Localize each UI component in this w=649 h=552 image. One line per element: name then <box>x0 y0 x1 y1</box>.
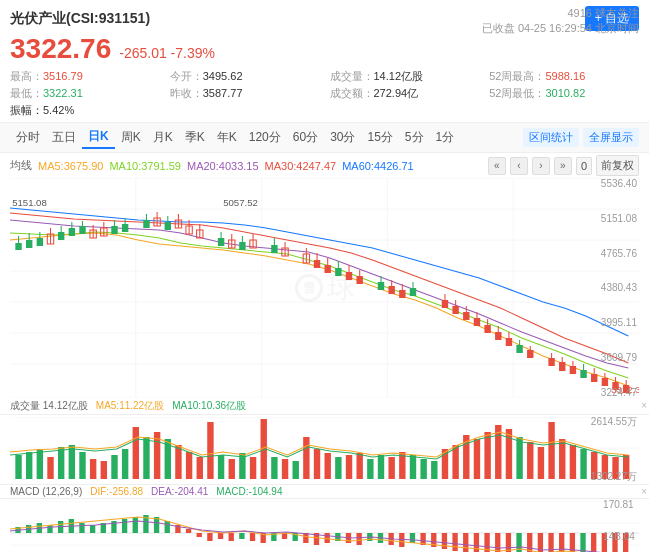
tab-zhouk[interactable]: 周K <box>115 127 147 148</box>
chart-tabs: 分时 五日 日K 周K 月K 季K 年K 120分 60分 30分 15分 5分… <box>0 123 649 153</box>
market-time: 已收盘 04-25 16:29:54 北京时间 <box>482 21 639 36</box>
fullscreen-button[interactable]: 全屏显示 <box>583 128 639 147</box>
svg-rect-199 <box>207 533 212 541</box>
svg-rect-147 <box>325 453 331 479</box>
dea-label: DEA:-204.41 <box>151 486 208 497</box>
tab-jik[interactable]: 季K <box>179 127 211 148</box>
svg-rect-107 <box>602 378 608 386</box>
svg-rect-157 <box>431 461 437 479</box>
svg-rect-172 <box>591 452 597 479</box>
tab-120min[interactable]: 120分 <box>243 127 287 148</box>
svg-rect-63 <box>325 265 331 273</box>
svg-rect-192 <box>133 517 138 533</box>
svg-rect-33 <box>122 224 128 232</box>
svg-rect-148 <box>335 457 341 479</box>
volume-bars-svg <box>10 417 639 479</box>
tab-15min[interactable]: 15分 <box>361 127 398 148</box>
svg-rect-197 <box>186 529 191 533</box>
tab-30min[interactable]: 30分 <box>324 127 361 148</box>
macd-value-label: MACD:-104.94 <box>216 486 282 497</box>
svg-rect-145 <box>303 437 309 479</box>
svg-rect-152 <box>378 455 384 479</box>
svg-rect-39 <box>165 222 171 230</box>
svg-rect-134 <box>186 452 192 479</box>
svg-rect-137 <box>218 455 224 479</box>
stock-title: 光伏产业(CSI:931151) <box>10 10 150 28</box>
svg-rect-166 <box>527 442 533 479</box>
svg-rect-124 <box>79 452 85 479</box>
svg-rect-17 <box>37 238 43 246</box>
range-stats-button[interactable]: 区间统计 <box>523 128 579 147</box>
nav-last-button[interactable]: » <box>554 157 572 175</box>
svg-rect-95 <box>527 350 533 358</box>
svg-rect-184 <box>47 525 52 533</box>
svg-text:3322.31: 3322.31 <box>611 385 639 395</box>
svg-rect-149 <box>346 455 352 479</box>
nav-next-button[interactable]: › <box>532 157 550 175</box>
amplitude-row: 振幅：5.42% <box>10 103 639 118</box>
volume-close-button[interactable]: × <box>641 400 647 411</box>
svg-text:5057.52: 5057.52 <box>223 198 258 208</box>
macd-section: MACD (12,26,9) DIF:-256.88 DEA:-204.41 M… <box>0 484 649 552</box>
tab-1min[interactable]: 1分 <box>430 127 461 148</box>
tab-60min[interactable]: 60分 <box>287 127 324 148</box>
ma20-value: MA20:4033.15 <box>187 160 259 172</box>
followers-info: 4916 球友关注 已收盘 04-25 16:29:54 北京时间 <box>482 6 639 36</box>
svg-rect-218 <box>410 533 415 543</box>
svg-rect-125 <box>90 459 96 479</box>
tab-yuek[interactable]: 月K <box>147 127 179 148</box>
svg-rect-151 <box>367 459 373 479</box>
svg-rect-122 <box>58 447 64 479</box>
svg-rect-97 <box>548 358 554 366</box>
ma60-value: MA60:4426.71 <box>342 160 414 172</box>
ma5-value: MA5:3675.90 <box>38 160 103 172</box>
svg-rect-138 <box>229 459 235 479</box>
tab-niank[interactable]: 年K <box>211 127 243 148</box>
tab-wuri[interactable]: 五日 <box>46 127 82 148</box>
tab-fenshi[interactable]: 分时 <box>10 127 46 148</box>
svg-rect-227 <box>506 533 511 552</box>
svg-rect-140 <box>250 457 256 479</box>
svg-rect-89 <box>495 332 501 340</box>
restore-type-label[interactable]: 前复权 <box>596 155 639 176</box>
svg-rect-93 <box>516 345 522 353</box>
svg-rect-234 <box>580 533 585 552</box>
svg-rect-173 <box>602 455 608 479</box>
svg-rect-65 <box>335 268 341 276</box>
prev-close-stat: 昨收：3587.77 <box>170 86 320 101</box>
svg-rect-210 <box>325 533 330 543</box>
svg-rect-51 <box>239 242 245 250</box>
svg-rect-238 <box>623 533 628 552</box>
svg-rect-236 <box>602 533 607 552</box>
volume-labels-row: 成交量 14.12亿股 MA5:11.22亿股 MA10:10.36亿股 × <box>0 398 649 414</box>
svg-rect-35 <box>143 220 149 228</box>
followers-count: 4916 球友关注 <box>482 6 639 21</box>
tab-5min[interactable]: 5分 <box>399 127 430 148</box>
ma-indicators-row: 均线 MA5:3675.90 MA10:3791.59 MA20:4033.15… <box>0 153 649 178</box>
svg-rect-171 <box>580 449 586 479</box>
svg-rect-161 <box>474 439 480 479</box>
svg-rect-77 <box>410 288 416 296</box>
svg-rect-168 <box>548 422 554 479</box>
svg-rect-120 <box>37 449 43 479</box>
ma30-value: MA30:4247.47 <box>265 160 337 172</box>
svg-rect-187 <box>79 523 84 533</box>
header: 光伏产业(CSI:931151) + 自选 4916 球友关注 已收盘 04-2… <box>0 0 649 123</box>
svg-rect-150 <box>356 453 362 479</box>
svg-text:5151.08: 5151.08 <box>12 198 47 208</box>
svg-rect-221 <box>442 533 447 549</box>
svg-rect-143 <box>282 459 288 479</box>
nav-prev-button[interactable]: ‹ <box>510 157 528 175</box>
svg-rect-159 <box>452 445 458 479</box>
svg-rect-162 <box>484 432 490 479</box>
tab-right-actions: 区间统计 全屏显示 <box>523 128 639 147</box>
svg-rect-127 <box>111 455 117 479</box>
svg-rect-208 <box>303 533 308 543</box>
low-stat: 最低：3322.31 <box>10 86 160 101</box>
svg-rect-174 <box>612 457 618 479</box>
tab-rik[interactable]: 日K <box>82 126 115 149</box>
svg-rect-126 <box>101 461 107 479</box>
svg-rect-142 <box>271 457 277 479</box>
nav-first-button[interactable]: « <box>488 157 506 175</box>
macd-close-button[interactable]: × <box>641 486 647 497</box>
